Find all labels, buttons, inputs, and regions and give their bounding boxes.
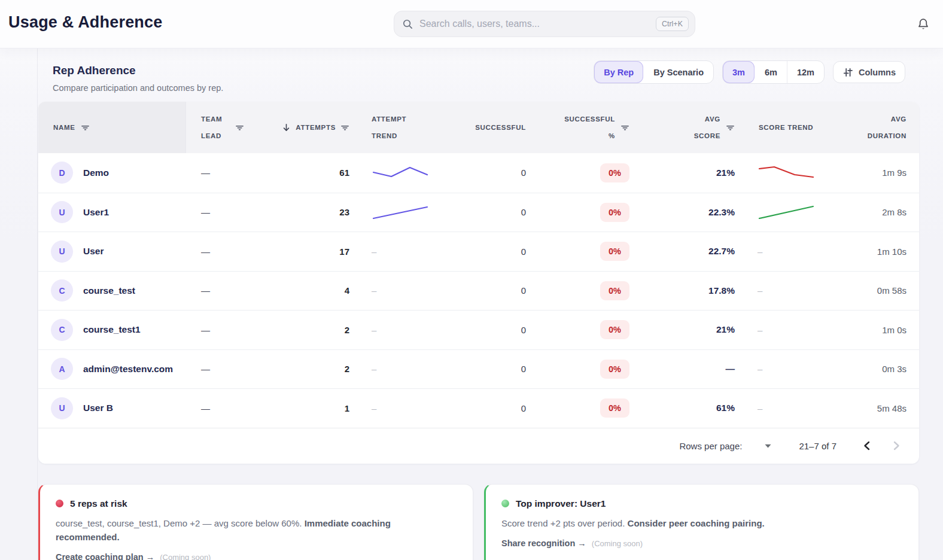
avatar: U [51, 397, 73, 419]
col-header-avg-duration: AVG DURATION [826, 102, 919, 153]
cell-avg-score: 21% [638, 324, 743, 335]
cell-attempt-trend: – [357, 325, 455, 335]
cell-successful: 0 [455, 207, 533, 217]
successful-pct-badge: 0% [600, 360, 629, 379]
table-row[interactable]: U User B — 1 – 0 0% 61% – 5m 48s [38, 388, 919, 428]
group-by-toggle: By Rep By Scenario [594, 60, 714, 84]
risk-card-title: 5 reps at risk [70, 498, 127, 509]
cell-avg-duration: 0m 58s [826, 285, 919, 296]
chevron-left-icon [863, 441, 870, 451]
search-icon [402, 19, 413, 30]
toggle-by-scenario[interactable]: By Scenario [643, 61, 713, 83]
cell-score-trend: – [743, 403, 826, 413]
toggle-range-3m[interactable]: 3m [723, 61, 755, 83]
search-input[interactable] [419, 19, 650, 29]
avatar: A [51, 358, 73, 380]
cell-successful: 0 [455, 364, 533, 374]
rep-name: Demo [83, 168, 109, 178]
create-coaching-plan-link[interactable]: Create coaching plan → [56, 552, 154, 560]
filter-icon[interactable] [726, 123, 735, 132]
cell-avg-score: 17.8% [638, 285, 743, 296]
no-trend-dash: – [758, 403, 762, 413]
cell-attempts: 61 [264, 168, 357, 178]
rep-name: course_test1 [83, 324, 141, 335]
avatar: C [51, 319, 73, 341]
cell-successful: 0 [455, 325, 533, 335]
successful-pct-badge: 0% [600, 320, 629, 339]
rows-per-page-select[interactable] [765, 444, 771, 448]
bell-icon [916, 17, 930, 32]
col-header-successful-pct: SUCCESSFUL % [533, 102, 638, 153]
cell-score-trend [743, 203, 826, 222]
sort-desc-icon[interactable] [282, 123, 291, 132]
cell-avg-duration: 1m 9s [826, 168, 919, 178]
cell-avg-duration: 5m 48s [826, 403, 919, 413]
avatar: U [51, 241, 73, 263]
successful-pct-badge: 0% [600, 203, 629, 222]
risk-card-body: course_test, course_test1, Demo +2 — avg… [56, 516, 415, 544]
table-row[interactable]: U User — 17 – 0 0% 22.7% – 1m 10s [38, 232, 919, 271]
pagination-range-label: 21–7 of 7 [799, 441, 836, 451]
previous-page-button[interactable] [858, 437, 875, 454]
toggle-by-rep[interactable]: By Rep [594, 61, 643, 83]
no-trend-dash: – [758, 364, 762, 374]
trend-sparkline [758, 163, 815, 182]
next-page-button[interactable] [888, 437, 905, 454]
col-header-avg-score: AVG SCORE [638, 102, 743, 153]
no-trend-dash: – [372, 403, 376, 413]
rep-name: course_test [83, 285, 135, 296]
cell-team-lead: — [186, 325, 264, 335]
toggle-range-6m[interactable]: 6m [755, 61, 787, 83]
filter-icon[interactable] [620, 123, 629, 132]
improver-dot-icon [501, 500, 509, 507]
table-row[interactable]: D Demo — 61 0 0% 21% 1m 9s [38, 153, 919, 193]
section-subtitle: Compare participation and outcomes by re… [53, 82, 943, 94]
col-header-name: NAME [38, 102, 186, 153]
cell-team-lead: — [186, 364, 264, 374]
table-row[interactable]: A admin@testenv.com — 2 – 0 0% — – 0m 3s [38, 349, 919, 389]
filter-icon[interactable] [81, 123, 90, 132]
cell-attempt-trend: – [357, 364, 455, 374]
successful-pct-badge: 0% [600, 398, 629, 418]
share-recognition-link[interactable]: Share recognition → [501, 538, 586, 548]
table-row[interactable]: U User1 — 23 0 0% 22.3% 2m 8s [38, 193, 919, 232]
no-trend-dash: – [758, 285, 762, 296]
top-improver-card: Top improver: User1 Score trend +2 pts o… [484, 484, 919, 560]
avatar: D [51, 162, 73, 184]
notifications-button[interactable] [914, 16, 932, 34]
table-body: D Demo — 61 0 0% 21% 1m 9s U User1 — 23 … [38, 153, 919, 428]
risk-dot-icon [56, 500, 63, 507]
section-header: Rep Adherence Compare participation and … [38, 48, 943, 94]
range-toggle: 3m 6m 12m [722, 60, 825, 84]
col-header-successful: SUCCESSFUL [455, 102, 533, 153]
cell-attempt-trend: – [357, 285, 455, 296]
toggle-range-12m[interactable]: 12m [787, 61, 824, 83]
successful-pct-badge: 0% [600, 242, 629, 261]
cell-avg-score: 61% [638, 403, 743, 413]
cell-score-trend: – [743, 285, 826, 296]
cell-attempts: 1 [264, 403, 357, 413]
cell-attempt-trend: – [357, 403, 455, 413]
rep-name: admin@testenv.com [83, 364, 173, 375]
cell-successful: 0 [455, 403, 533, 413]
column-settings-icon [842, 67, 853, 78]
filter-icon[interactable] [340, 123, 349, 132]
cell-avg-score: 21% [638, 168, 743, 178]
no-trend-dash: – [372, 285, 376, 296]
cell-score-trend: – [743, 246, 826, 257]
columns-button[interactable]: Columns [833, 61, 905, 83]
cell-attempt-trend [357, 203, 455, 222]
cell-team-lead: — [186, 285, 264, 296]
table-row[interactable]: C course_test1 — 2 – 0 0% 21% – 1m 0s [38, 310, 919, 349]
cell-team-lead: — [186, 246, 264, 257]
table-row[interactable]: C course_test — 4 – 0 0% 17.8% – 0m 58s [38, 271, 919, 311]
topbar: Usage & Adherence Ctrl+K [0, 0, 943, 48]
global-search[interactable]: Ctrl+K [394, 11, 695, 37]
table-pagination: Rows per page: 21–7 of 7 [38, 428, 919, 464]
trend-sparkline [372, 163, 429, 182]
filter-icon[interactable] [235, 123, 244, 132]
page-title: Usage & Adherence [8, 13, 163, 32]
no-trend-dash: – [758, 325, 762, 335]
cell-score-trend: – [743, 364, 826, 374]
no-trend-dash: – [372, 325, 376, 335]
